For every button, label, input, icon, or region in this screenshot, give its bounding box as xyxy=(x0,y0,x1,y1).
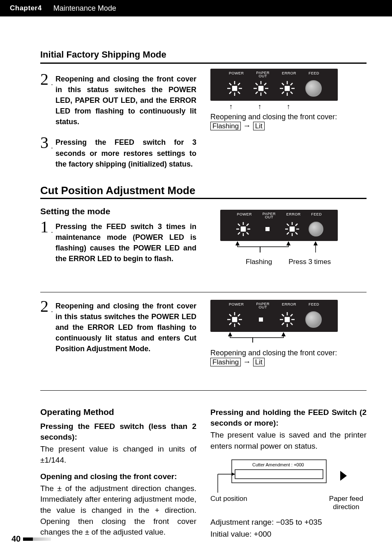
step-dot: . xyxy=(51,306,53,314)
panel-sublabels: Flashing Press 3 times xyxy=(220,258,348,266)
flashing-label: Flashing xyxy=(246,258,272,266)
step-dot: . xyxy=(51,79,53,87)
operating-method-row: Operating Method Pressing the FEED switc… xyxy=(40,396,367,540)
arrow-connectors-icon xyxy=(210,332,338,345)
svg-rect-0 xyxy=(233,86,237,90)
label-power: POWER xyxy=(237,212,252,219)
svg-line-23 xyxy=(282,83,284,85)
panel-items xyxy=(217,80,332,97)
chapter-title: Maintenance Mode xyxy=(53,4,116,13)
cut-position-diagram: Cutter Amendment : +000 Cut position Pap… xyxy=(210,457,367,511)
page-content: Initial Factory Shipping Mode 2 . Reopen… xyxy=(40,49,367,540)
svg-line-17 xyxy=(256,92,258,94)
error-led-icon xyxy=(279,80,295,97)
svg-line-24 xyxy=(291,92,293,94)
step-dot: . xyxy=(51,142,53,151)
led-panel-confirm: POWER PAPEROUT ERROR FEED Reopen xyxy=(210,300,338,366)
step-number: 1 xyxy=(40,219,48,235)
state-to: Lit xyxy=(253,122,265,130)
diagram-label-text: Cutter Amendment : +000 xyxy=(252,462,304,467)
feed-short-body: The present value is changed in units of… xyxy=(40,444,196,466)
svg-line-35 xyxy=(238,232,240,234)
svg-line-26 xyxy=(282,92,284,94)
panel-labels: POWER PAPEROUT ERROR FEED xyxy=(217,71,332,78)
svg-rect-71 xyxy=(235,470,323,479)
label-feed: FEED xyxy=(309,302,319,309)
panel-items xyxy=(226,221,332,237)
svg-rect-59 xyxy=(285,317,289,322)
feed-short-heading: Pressing the FEED switch (less than 2 se… xyxy=(40,421,196,443)
divider xyxy=(40,390,367,391)
svg-line-56 xyxy=(238,314,240,316)
svg-rect-27 xyxy=(241,227,245,231)
up-arrow-icon: ↑ xyxy=(274,102,303,111)
label-power: POWER xyxy=(229,302,244,309)
label-error: ERROR xyxy=(286,212,301,219)
state-transition: Flashing → Lit xyxy=(210,121,338,130)
svg-line-44 xyxy=(295,224,297,226)
step-1: 1 . Pressing the FEED switch 3 times in … xyxy=(40,219,196,264)
up-arrow-icon: ↑ xyxy=(217,102,245,111)
svg-rect-18 xyxy=(285,86,289,90)
open-close-heading: Opening and closing the front cover: xyxy=(40,471,196,482)
panel-caption: Reopening and closing the front cover: xyxy=(210,113,338,121)
state-transition: Flashing → Lit xyxy=(210,357,338,366)
svg-line-64 xyxy=(282,314,284,316)
svg-marker-69 xyxy=(282,333,285,336)
diagram-sublabels: Cut position Paper feed direction xyxy=(210,495,367,511)
step-3: 3 . Pressing the FEED switch for 3 secon… xyxy=(40,134,196,169)
paper-feed-label: Paper feed direction xyxy=(329,495,363,511)
label-paper-out: PAPEROUT xyxy=(256,71,270,78)
svg-marker-68 xyxy=(228,333,232,336)
error-led-icon xyxy=(284,221,300,237)
panel-caption: Reopening and closing the front cover: xyxy=(210,349,338,357)
paper-led-icon xyxy=(253,80,269,97)
feed-long-heading: Pressing and holding the FEED Switch (2 … xyxy=(210,407,367,429)
feed-button-icon xyxy=(305,311,322,328)
panel-box: POWER PAPEROUT ERROR FEED xyxy=(210,69,338,101)
svg-line-5 xyxy=(229,83,231,85)
svg-rect-37 xyxy=(290,227,294,231)
power-led-icon xyxy=(226,311,243,328)
divider xyxy=(40,63,367,64)
step-text: Reopening and closing the front cover in… xyxy=(55,74,196,127)
panel-labels: POWER PAPEROUT ERROR FEED xyxy=(226,212,332,219)
svg-line-15 xyxy=(264,92,266,94)
svg-line-8 xyxy=(229,92,231,94)
arrow-icon: → xyxy=(243,357,251,366)
panel-labels: POWER PAPEROUT ERROR FEED xyxy=(217,302,332,309)
svg-line-45 xyxy=(287,232,289,234)
page-header: Chapter4 Maintenance Mode xyxy=(0,0,392,16)
page-decoration-icon xyxy=(23,537,51,541)
svg-line-14 xyxy=(256,83,258,85)
press-label: Press 3 times xyxy=(288,258,331,266)
label-paper-out: PAPEROUT xyxy=(256,302,270,309)
step-number: 2 xyxy=(40,298,48,315)
svg-line-67 xyxy=(282,323,284,325)
power-led-icon xyxy=(235,221,251,237)
feed-long-body: The present value is saved and the print… xyxy=(210,430,367,452)
label-feed: FEED xyxy=(311,212,322,219)
arrow-icon: → xyxy=(243,121,251,130)
label-feed: FEED xyxy=(309,71,319,78)
up-arrow-icon: ↑ xyxy=(245,102,274,111)
divider xyxy=(40,198,367,199)
panel-box: POWER PAPEROUT ERROR FEED xyxy=(210,300,338,332)
step-text: Pressing the FEED switch 3 times in main… xyxy=(55,221,196,264)
paper-led-off-icon xyxy=(253,311,269,328)
led-panel-initial: POWER PAPEROUT ERROR FEED ↑ ↑ ↑ Reopeni xyxy=(210,69,338,130)
svg-marker-73 xyxy=(232,473,235,476)
cut-position-label: Cut position xyxy=(210,495,247,511)
state-from: Flashing xyxy=(210,122,241,130)
step-text: Reopening and closing the front cover in… xyxy=(55,301,196,354)
label-power: POWER xyxy=(229,71,244,78)
initial-value: Initial value: +000 xyxy=(210,529,367,540)
state-to: Lit xyxy=(253,358,265,366)
heading-operating: Operating Method xyxy=(40,407,196,417)
svg-line-25 xyxy=(291,83,293,85)
svg-rect-36 xyxy=(265,227,270,231)
svg-line-66 xyxy=(291,314,293,316)
power-led-icon xyxy=(226,80,243,97)
svg-rect-58 xyxy=(259,317,263,322)
label-error: ERROR xyxy=(282,71,296,78)
